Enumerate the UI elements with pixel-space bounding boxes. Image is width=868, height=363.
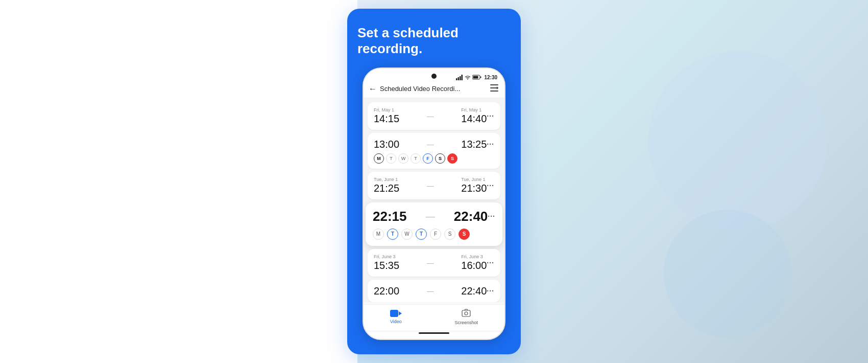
day-S2-2[interactable]: S [447, 153, 457, 164]
svg-marker-11 [497, 86, 498, 89]
nav-screenshot[interactable]: Screenshot [455, 309, 478, 325]
schedule-row-3: Tue, June 1 21:25 — Tue, June 1 21:30 ··… [374, 177, 494, 194]
day-T-2[interactable]: T [386, 153, 396, 164]
separator-2: — [399, 140, 461, 148]
schedule-row-5: Fri, June 3 15:35 — Fri, June 3 16:00 ··… [374, 254, 494, 271]
schedule-item-5[interactable]: Fri, June 3 15:35 — Fri, June 3 16:00 ··… [368, 249, 500, 277]
start-time-6: 22:00 [374, 285, 399, 297]
schedule-row-2: 13:00 — 13:25 ··· [374, 138, 494, 150]
svg-rect-0 [456, 78, 457, 80]
status-icons: 12:30 [456, 75, 497, 80]
more-menu-5[interactable]: ··· [487, 259, 494, 267]
app-header-title: Scheduled Video Recordi... [380, 85, 490, 93]
end-date-5: Fri, June 3 [461, 254, 487, 259]
schedule-item-2[interactable]: 13:00 — 13:25 ··· M T W T F S [368, 133, 500, 169]
start-time-1: 14:15 [374, 112, 399, 125]
schedule-start-6: 22:00 [374, 285, 399, 297]
end-time-5: 16:00 [461, 259, 487, 271]
day-T2-2[interactable]: T [411, 153, 421, 164]
more-menu-4[interactable]: ··· [488, 212, 495, 220]
end-time-1: 14:40 [461, 112, 487, 125]
phone-camera [431, 74, 437, 79]
end-date-1: Fri, May 1 [461, 107, 487, 112]
svg-point-13 [465, 312, 468, 315]
start-time-4: 22:15 [373, 209, 407, 224]
schedule-start-3: Tue, June 1 21:25 [374, 177, 399, 194]
end-time-3: 21:30 [461, 182, 487, 194]
status-time: 12:30 [484, 75, 497, 80]
schedule-row-4: 22:15 — 22:40 ··· [373, 209, 495, 224]
day-M-2[interactable]: M [374, 153, 384, 164]
svg-rect-6 [473, 76, 478, 79]
svg-rect-8 [490, 84, 498, 85]
schedule-item-4[interactable]: 22:15 — 22:40 ··· M T W T F S [366, 202, 502, 246]
end-time-4: 22:40 [454, 209, 488, 224]
status-bar: 12:30 [364, 72, 504, 80]
day-W-2[interactable]: W [398, 153, 408, 164]
day-F-2[interactable]: F [423, 153, 433, 164]
bg-decoration-circle-2 [664, 210, 791, 337]
svg-rect-2 [460, 76, 461, 80]
schedule-item-3[interactable]: Tue, June 1 21:25 — Tue, June 1 21:30 ··… [368, 172, 500, 199]
start-date-3: Tue, June 1 [374, 177, 399, 182]
app-header: ← Scheduled Video Recordi... [364, 80, 504, 98]
schedule-item-6[interactable]: 22:00 — 22:40 ··· [368, 280, 500, 302]
separator-6: — [399, 287, 461, 295]
end-time-6: 22:40 [461, 285, 487, 297]
svg-rect-1 [458, 77, 460, 80]
schedule-list: Fri, May 1 14:15 — Fri, May 1 14:40 ··· [364, 98, 504, 302]
schedule-end-5: Fri, June 3 16:00 [461, 254, 487, 271]
schedule-start-2: 13:00 [374, 138, 399, 150]
day-T2-4[interactable]: T [416, 229, 427, 240]
day-F-4[interactable]: F [430, 229, 441, 240]
start-time-5: 15:35 [374, 259, 399, 271]
background-wrapper: Set a scheduled recording. [0, 0, 868, 363]
more-menu-6[interactable]: ··· [487, 287, 494, 295]
start-time-2: 13:00 [374, 138, 399, 150]
svg-point-4 [467, 79, 468, 80]
schedule-start-5: Fri, June 3 15:35 [374, 254, 399, 271]
feature-card: Set a scheduled recording. [347, 9, 521, 354]
wifi-icon [465, 75, 471, 80]
bottom-nav: Video Screenshot [364, 304, 504, 330]
day-S-2[interactable]: S [435, 153, 445, 164]
svg-rect-3 [462, 75, 463, 80]
day-T-4[interactable]: T [387, 229, 398, 240]
screenshot-icon [462, 309, 471, 319]
phone-mockup: 12:30 ← Scheduled Video Recordi... [363, 67, 505, 340]
sort-menu-icon [490, 84, 498, 92]
day-M-4[interactable]: M [373, 229, 384, 240]
back-button[interactable]: ← [369, 84, 377, 94]
day-S-4[interactable]: S [444, 229, 455, 240]
day-pills-4: M T W T F S S [373, 229, 495, 240]
separator-1: — [399, 112, 461, 120]
battery-icon [472, 75, 481, 80]
start-date-1: Fri, May 1 [374, 107, 399, 112]
phone-bottom-bar-area [364, 332, 504, 339]
more-menu-2[interactable]: ··· [487, 140, 494, 148]
signal-icon [456, 75, 463, 80]
card-title: Set a scheduled recording. [357, 25, 459, 57]
nav-video-label: Video [390, 319, 402, 324]
video-icon [390, 310, 401, 318]
phone-top-area: 12:30 ← Scheduled Video Recordi... [364, 69, 504, 98]
start-time-3: 21:25 [374, 182, 399, 194]
menu-icon[interactable] [490, 84, 498, 93]
nav-video[interactable]: Video [390, 310, 402, 324]
more-menu-1[interactable]: ··· [487, 112, 494, 120]
bg-decoration-circle-1 [648, 51, 827, 230]
separator-4: — [407, 211, 454, 222]
schedule-item-1[interactable]: Fri, May 1 14:15 — Fri, May 1 14:40 ··· [368, 102, 500, 130]
more-menu-3[interactable]: ··· [487, 182, 494, 190]
nav-screenshot-label: Screenshot [455, 320, 478, 325]
schedule-start-4: 22:15 [373, 209, 407, 224]
day-S2-4[interactable]: S [459, 229, 470, 240]
schedule-end-4: 22:40 [454, 209, 488, 224]
separator-3: — [399, 182, 461, 190]
start-date-5: Fri, June 3 [374, 254, 399, 259]
schedule-end-2: 13:25 [461, 138, 487, 150]
schedule-end-1: Fri, May 1 14:40 [461, 107, 487, 125]
day-W-4[interactable]: W [401, 229, 413, 240]
home-indicator [419, 332, 449, 334]
svg-rect-7 [480, 77, 481, 78]
